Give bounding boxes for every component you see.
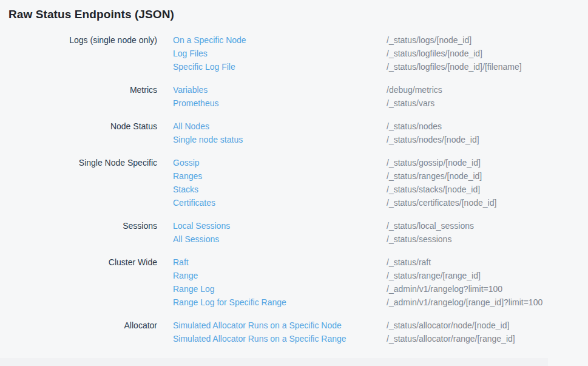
endpoint-path: /debug/metrics bbox=[387, 83, 588, 97]
endpoint-link[interactable]: Gossip bbox=[173, 156, 387, 169]
section-rows: Local Sessions /_status/local_sessions A… bbox=[157, 219, 588, 246]
endpoint-path: /_status/logfiles/[node_id]/[filename] bbox=[387, 60, 588, 73]
endpoint-row: Gossip /_status/gossip/[node_id] bbox=[157, 156, 588, 169]
endpoint-link[interactable]: All Sessions bbox=[173, 232, 387, 246]
endpoint-link[interactable]: Certificates bbox=[173, 196, 387, 209]
section-rows: All Nodes /_status/nodes Single node sta… bbox=[157, 120, 588, 146]
endpoint-link[interactable]: Stacks bbox=[173, 183, 387, 196]
endpoint-path: /_status/vars bbox=[387, 97, 588, 110]
endpoint-row: Specific Log File /_status/logfiles/[nod… bbox=[157, 60, 588, 73]
endpoint-row: Raft /_status/raft bbox=[157, 256, 588, 269]
endpoint-row: Variables /debug/metrics bbox=[157, 83, 588, 97]
endpoint-row: Certificates /_status/certificates/[node… bbox=[157, 196, 588, 209]
category-label: Metrics bbox=[0, 83, 157, 110]
endpoint-row: On a Specific Node /_status/logs/[node_i… bbox=[157, 33, 588, 47]
endpoint-row: Single node status /_status/nodes/[node_… bbox=[157, 133, 588, 146]
endpoint-row: All Sessions /_status/sessions bbox=[157, 232, 588, 246]
section-rows: Raft /_status/raft Range /_status/range/… bbox=[157, 256, 588, 309]
endpoint-path: /_status/nodes bbox=[387, 120, 588, 133]
endpoint-row: Ranges /_status/ranges/[node_id] bbox=[157, 169, 588, 183]
endpoint-link[interactable]: Prometheus bbox=[173, 97, 387, 110]
category-label: Node Status bbox=[0, 120, 157, 146]
endpoint-link[interactable]: Local Sessions bbox=[173, 219, 387, 232]
section-rows: Gossip /_status/gossip/[node_id] Ranges … bbox=[157, 156, 588, 209]
endpoint-path: /_status/logfiles/[node_id] bbox=[387, 47, 588, 60]
endpoint-row: Stacks /_status/stacks/[node_id] bbox=[157, 183, 588, 196]
endpoint-row: Range Log /_admin/v1/rangelog?limit=100 bbox=[157, 282, 588, 296]
endpoint-row: Range Log for Specific Range /_admin/v1/… bbox=[157, 296, 588, 309]
endpoint-row: Range /_status/range/[range_id] bbox=[157, 269, 588, 282]
endpoint-link[interactable]: Variables bbox=[173, 83, 387, 97]
endpoint-section: Metrics Variables /debug/metrics Prometh… bbox=[0, 83, 588, 110]
endpoint-link[interactable]: Ranges bbox=[173, 169, 387, 183]
endpoint-section: Allocator Simulated Allocator Runs on a … bbox=[0, 319, 588, 345]
endpoint-link[interactable]: Log Files bbox=[173, 47, 387, 60]
endpoint-link[interactable]: All Nodes bbox=[173, 120, 387, 133]
endpoint-row: Prometheus /_status/vars bbox=[157, 97, 588, 110]
endpoint-path: /_status/logs/[node_id] bbox=[387, 33, 588, 47]
endpoint-row: All Nodes /_status/nodes bbox=[157, 120, 588, 133]
endpoint-path: /_status/nodes/[node_id] bbox=[387, 133, 588, 146]
endpoint-section: Sessions Local Sessions /_status/local_s… bbox=[0, 219, 588, 246]
endpoint-section: Logs (single node only) On a Specific No… bbox=[0, 33, 588, 73]
endpoint-path: /_admin/v1/rangelog?limit=100 bbox=[387, 282, 588, 296]
endpoint-link[interactable]: Range Log for Specific Range bbox=[173, 296, 387, 309]
section-rows: Simulated Allocator Runs on a Specific N… bbox=[157, 319, 588, 345]
category-label: Cluster Wide bbox=[0, 256, 157, 309]
category-label: Single Node Specific bbox=[0, 156, 157, 209]
endpoint-path: /_admin/v1/rangelog/[range_id]?limit=100 bbox=[387, 296, 588, 309]
endpoint-sections: Logs (single node only) On a Specific No… bbox=[0, 33, 588, 345]
endpoint-row: Simulated Allocator Runs on a Specific R… bbox=[157, 332, 588, 345]
endpoint-path: /_status/allocator/node/[node_id] bbox=[387, 319, 588, 332]
endpoint-path: /_status/gossip/[node_id] bbox=[387, 156, 588, 169]
endpoint-link[interactable]: Simulated Allocator Runs on a Specific N… bbox=[173, 319, 387, 332]
endpoint-link[interactable]: Specific Log File bbox=[173, 60, 387, 73]
endpoint-row: Simulated Allocator Runs on a Specific N… bbox=[157, 319, 588, 332]
endpoint-path: /_status/certificates/[node_id] bbox=[387, 196, 588, 209]
endpoint-section: Node Status All Nodes /_status/nodes Sin… bbox=[0, 120, 588, 146]
endpoint-section: Cluster Wide Raft /_status/raft Range /_… bbox=[0, 256, 588, 309]
endpoint-row: Log Files /_status/logfiles/[node_id] bbox=[157, 47, 588, 60]
endpoint-path: /_status/stacks/[node_id] bbox=[387, 183, 588, 196]
endpoint-link[interactable]: Single node status bbox=[173, 133, 387, 146]
endpoint-section: Single Node Specific Gossip /_status/gos… bbox=[0, 156, 588, 209]
category-label: Allocator bbox=[0, 319, 157, 345]
endpoint-path: /_status/range/[range_id] bbox=[387, 269, 588, 282]
page-title: Raw Status Endpoints (JSON) bbox=[8, 8, 588, 21]
endpoint-path: /_status/allocator/range/[range_id] bbox=[387, 332, 588, 345]
endpoint-link[interactable]: Range Log bbox=[173, 282, 387, 296]
endpoint-link[interactable]: Range bbox=[173, 269, 387, 282]
endpoint-path: /_status/raft bbox=[387, 256, 588, 269]
endpoint-path: /_status/sessions bbox=[387, 232, 588, 246]
section-rows: On a Specific Node /_status/logs/[node_i… bbox=[157, 33, 588, 73]
section-rows: Variables /debug/metrics Prometheus /_st… bbox=[157, 83, 588, 110]
footer-strip bbox=[0, 358, 548, 366]
endpoint-link[interactable]: On a Specific Node bbox=[173, 33, 387, 47]
category-label: Sessions bbox=[0, 219, 157, 246]
endpoint-path: /_status/ranges/[node_id] bbox=[387, 169, 588, 183]
endpoint-link[interactable]: Raft bbox=[173, 256, 387, 269]
category-label: Logs (single node only) bbox=[0, 33, 157, 73]
endpoint-link[interactable]: Simulated Allocator Runs on a Specific R… bbox=[173, 332, 387, 345]
endpoint-path: /_status/local_sessions bbox=[387, 219, 588, 232]
endpoint-row: Local Sessions /_status/local_sessions bbox=[157, 219, 588, 232]
